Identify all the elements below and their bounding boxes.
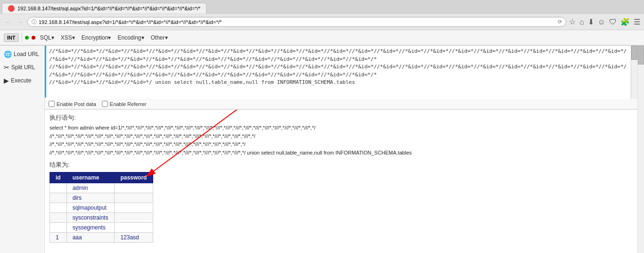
- cell-password: [115, 213, 153, 223]
- annotation-container: id username password admindirssqlmapoutp…: [50, 172, 153, 243]
- red-dot: [32, 36, 35, 40]
- tool-toolbar: INT SQL▾ XSS▾ Encryption▾ Encoding▾ Othe…: [0, 30, 644, 45]
- url-textarea[interactable]: //*&id=*//*&id=*//*&id=*//*&id=*//*&id=*…: [45, 46, 637, 98]
- green-dot: [25, 36, 29, 40]
- table-row: syssegments: [50, 223, 153, 233]
- enable-post-text: Enable Post data: [57, 101, 96, 107]
- cell-id: [50, 203, 67, 213]
- cell-id: [50, 213, 67, 223]
- back-button[interactable]: ←: [3, 17, 13, 27]
- download-icon[interactable]: ⬇: [587, 16, 595, 27]
- execute-icon: ▶: [4, 77, 9, 84]
- url-options: Enable Post data Enable Referrer: [45, 99, 637, 109]
- sidebar: 🌐 Load URL ✂ Split URL ▶ Execute: [0, 46, 45, 253]
- browser-tab[interactable]: 192.168.8.147/test/sql.aspx?id=1/*&id=*/…: [2, 3, 206, 14]
- extensions-icon[interactable]: 🧩: [619, 16, 631, 27]
- execute-item[interactable]: ▶ Execute: [0, 74, 44, 87]
- table-row: dirs: [50, 193, 153, 203]
- cell-password: [115, 193, 153, 203]
- cell-username: aaa: [66, 233, 115, 243]
- shield-icon[interactable]: 🛡: [608, 17, 618, 27]
- enable-post-checkbox[interactable]: [49, 101, 55, 107]
- nav-icons: ☆ ⌂ ⬇ ☺ 🛡 🧩 ☰: [568, 16, 641, 27]
- cell-password: [115, 183, 153, 193]
- cell-id: [50, 183, 67, 193]
- exec-label: 执行语句:: [50, 114, 633, 122]
- split-url-icon: ✂: [4, 64, 9, 71]
- col-header-username: username: [66, 172, 115, 183]
- tab-bar: 192.168.8.147/test/sql.aspx?id=1/*&id=*/…: [0, 0, 644, 14]
- other-menu[interactable]: Other▾: [149, 33, 170, 42]
- execute-label: Execute: [11, 77, 31, 84]
- result-table: id username password admindirssqlmapoutp…: [50, 172, 153, 243]
- tab-favicon: [8, 5, 15, 12]
- cell-password: [115, 223, 153, 233]
- encoding-menu[interactable]: Encoding▾: [116, 33, 146, 42]
- menu-icon[interactable]: ☰: [633, 16, 641, 27]
- bookmark-icon[interactable]: ☆: [568, 16, 577, 27]
- col-header-id: id: [50, 172, 67, 183]
- table-header-row: id username password: [50, 172, 153, 183]
- load-url-label: Load URL: [14, 51, 39, 57]
- separator: [22, 33, 22, 42]
- cell-username: sqlmapoutput: [66, 203, 115, 213]
- col-header-password: password: [115, 172, 153, 183]
- sql-text: select * from admin where id=1/*,*///*,*…: [50, 124, 633, 157]
- load-url-icon: 🌐: [4, 50, 12, 58]
- enable-post-label[interactable]: Enable Post data: [49, 101, 96, 107]
- type-label[interactable]: INT: [4, 33, 19, 42]
- forward-button[interactable]: →: [15, 17, 25, 27]
- scrollbar-track: [638, 46, 644, 253]
- address-text: 192.168.8.147/test/sql.aspx?id=1/*&id=*/…: [39, 19, 556, 25]
- address-bar[interactable]: ⓘ 192.168.8.147/test/sql.aspx?id=1/*&id=…: [27, 17, 566, 27]
- url-scrollbar[interactable]: [631, 46, 637, 99]
- table-row: sqlmapoutput: [50, 203, 153, 213]
- sql-menu[interactable]: SQL▾: [38, 33, 56, 42]
- cell-username: admin: [66, 183, 115, 193]
- xss-menu[interactable]: XSS▾: [59, 33, 77, 42]
- table-row: admin: [50, 183, 153, 193]
- right-scrollbar[interactable]: +: [637, 46, 644, 253]
- enable-referrer-label[interactable]: Enable Referrer: [102, 101, 147, 107]
- smiley-icon[interactable]: ☺: [597, 17, 606, 27]
- nav-bar: ← → ⓘ 192.168.8.147/test/sql.aspx?id=1/*…: [0, 14, 644, 30]
- encryption-menu[interactable]: Encryption▾: [80, 33, 113, 42]
- home-icon[interactable]: ⌂: [578, 17, 585, 27]
- url-scrollbar-thumb: [631, 46, 637, 60]
- tab-title: 192.168.8.147/test/sql.aspx?id=1/*&id=*/…: [17, 6, 200, 11]
- cell-password: [115, 203, 153, 213]
- lock-icon: ⓘ: [32, 18, 37, 25]
- result-label: 结果为:: [50, 161, 633, 169]
- split-url-label: Split URL: [11, 64, 35, 71]
- load-url-item[interactable]: 🌐 Load URL: [0, 48, 44, 61]
- table-row: 1aaa123asd: [50, 233, 153, 243]
- scrollbar-thumb: [638, 46, 644, 65]
- url-area: //*&id=*//*&id=*//*&id=*//*&id=*//*&id=*…: [45, 46, 637, 110]
- cell-username: dirs: [66, 193, 115, 203]
- cell-id: [50, 223, 67, 233]
- table-row: sysconstraints: [50, 213, 153, 223]
- cell-username: syssegments: [66, 223, 115, 233]
- browser-chrome: 192.168.8.147/test/sql.aspx?id=1/*&id=*/…: [0, 0, 644, 46]
- enable-referrer-checkbox[interactable]: [102, 101, 108, 107]
- reload-icon[interactable]: ⟳: [558, 19, 562, 25]
- results-area: 执行语句: select * from admin where id=1/*,*…: [45, 110, 637, 253]
- content-area: //*&id=*//*&id=*//*&id=*//*&id=*//*&id=*…: [45, 46, 637, 253]
- cell-id: 1: [50, 233, 67, 243]
- url-textarea-container: //*&id=*//*&id=*//*&id=*//*&id=*//*&id=*…: [45, 46, 637, 99]
- cell-username: sysconstraints: [66, 213, 115, 223]
- cell-password: 123asd: [115, 233, 153, 243]
- enable-referrer-text: Enable Referrer: [110, 101, 147, 107]
- cell-id: [50, 193, 67, 203]
- main-layout: 🌐 Load URL ✂ Split URL ▶ Execute //*&id=…: [0, 46, 644, 253]
- split-url-item[interactable]: ✂ Split URL: [0, 61, 44, 74]
